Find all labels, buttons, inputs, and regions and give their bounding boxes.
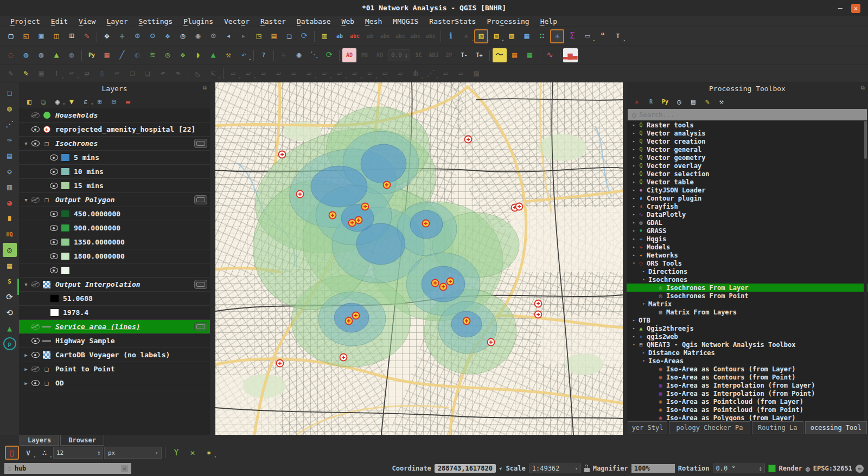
layer-row-51-0688[interactable]: 51.0688 bbox=[19, 292, 210, 306]
layer-row-service-area-lines-[interactable]: Service area (lines) bbox=[19, 320, 210, 334]
expand-arrow-icon[interactable]: ▼ bbox=[22, 282, 30, 287]
toolbox-item-vector-overlay[interactable]: ▸QVector overlay bbox=[627, 162, 868, 170]
osm-edit-map-icon[interactable]: ▦ bbox=[3, 259, 17, 273]
advanced-digitizing-button[interactable]: AD bbox=[342, 48, 356, 62]
merge-attributes-button[interactable]: ▱▾ bbox=[317, 67, 331, 81]
snap-units-combo[interactable]: px▾ bbox=[104, 447, 162, 459]
simplify-feature-button[interactable]: ▱▾ bbox=[348, 67, 362, 81]
expand-arrow-icon[interactable]: ▶ bbox=[22, 381, 30, 386]
expand-arrow-icon[interactable]: ▶ bbox=[22, 366, 30, 372]
layout-manager-button[interactable]: ⊞ bbox=[65, 29, 79, 43]
measure-angle-button[interactable]: ◺ bbox=[191, 67, 205, 81]
refresh-table-button[interactable]: ⟳ bbox=[322, 48, 336, 62]
toolbox-scrollbar[interactable] bbox=[864, 121, 867, 421]
angle-spin-spinner[interactable]: 0.0▲▼ bbox=[388, 49, 410, 61]
cursor-icon[interactable]: ➤ bbox=[497, 465, 505, 472]
move-feature-button[interactable]: ⇄ bbox=[80, 67, 94, 81]
toolbox-item-iso-areas[interactable]: ▾Iso-Areas bbox=[627, 357, 868, 365]
toolbox-item-distance-matrices[interactable]: ▸Distance Matrices bbox=[627, 349, 868, 357]
manage-map-themes-icon[interactable]: ◉▾ bbox=[51, 95, 64, 107]
toolbox-item-isochrones[interactable]: ▾Isochrones bbox=[627, 275, 868, 284]
mesh-layer-icon[interactable]: ▤ bbox=[3, 149, 17, 163]
expand-arrow-icon[interactable]: ▸ bbox=[631, 131, 637, 136]
split-features-button[interactable]: ▱ bbox=[272, 67, 286, 81]
digitize-curve-button[interactable]: ≀▾ bbox=[49, 67, 63, 81]
history-icon[interactable]: ◷ bbox=[673, 95, 686, 107]
visibility-toggle[interactable] bbox=[48, 225, 59, 231]
expand-arrow-icon[interactable]: ▸ bbox=[631, 188, 637, 192]
r-scripts-icon[interactable]: R bbox=[644, 95, 658, 107]
bookmark-manager-button[interactable]: ❏ bbox=[282, 29, 296, 43]
search-globe-button[interactable]: ◍ bbox=[65, 48, 79, 62]
refresh-cw-icon[interactable]: ⟳ bbox=[3, 290, 17, 304]
map-canvas[interactable] bbox=[215, 82, 623, 435]
zoom-to-selection-button[interactable]: ◎ bbox=[176, 29, 190, 43]
visibility-toggle[interactable] bbox=[48, 211, 59, 217]
magnifier-spinner[interactable]: 100%▲▼ bbox=[631, 464, 675, 473]
python-scripts-icon[interactable]: Py bbox=[659, 95, 672, 107]
toolbox-search[interactable]: ○ Search... bbox=[628, 109, 867, 120]
mini-chart-icon[interactable]: ∎ bbox=[3, 211, 17, 226]
text-bigger-button[interactable]: T+ bbox=[473, 48, 487, 62]
toolbox-item-vector-selection[interactable]: ▸QVector selection bbox=[627, 170, 868, 178]
python-console-button[interactable]: Py bbox=[85, 48, 99, 62]
mode-ADJ-button[interactable]: ADJ bbox=[427, 48, 441, 62]
expand-arrow-icon[interactable]: ▸ bbox=[631, 245, 637, 249]
toolbox-item-vector-creation[interactable]: ▸QVector creation bbox=[627, 137, 868, 145]
add-ring-button[interactable]: ▱▾ bbox=[241, 67, 256, 81]
move-feature-copy-button[interactable]: ⇱▾ bbox=[206, 67, 220, 81]
menu-database[interactable]: Database bbox=[292, 17, 336, 25]
expand-all-icon[interactable]: ⊞ bbox=[93, 95, 106, 107]
s-tool-icon[interactable]: S bbox=[3, 274, 17, 288]
offset-curve-button[interactable]: ▱ bbox=[393, 67, 407, 81]
snapping-type-button[interactable]: ∴▾ bbox=[37, 446, 52, 460]
dock-tab-layers[interactable]: Layers bbox=[20, 435, 59, 446]
p-plugin-icon[interactable]: p bbox=[3, 337, 16, 350]
scale-combo[interactable]: 1:49362▾ bbox=[529, 464, 581, 473]
visibility-toggle[interactable] bbox=[30, 380, 41, 386]
model-designer-icon[interactable]: ✳ bbox=[630, 95, 643, 107]
paste-features-button[interactable]: ❏ bbox=[141, 67, 155, 81]
menu-rasterstats[interactable]: RasterStats bbox=[424, 17, 481, 25]
toolbox-item-iso-area-as-pointcloud-from-layer-[interactable]: ◉Iso-Area as Pointcloud (from Layer) bbox=[627, 397, 868, 406]
clear-search-icon[interactable]: ✕ bbox=[121, 465, 128, 472]
toolbox-item-hqgis[interactable]: ▸✳Hqgis bbox=[627, 235, 868, 243]
map-tips-button[interactable]: ❝ bbox=[596, 29, 610, 43]
visibility-toggle[interactable] bbox=[30, 140, 41, 146]
visibility-toggle[interactable] bbox=[30, 338, 41, 344]
expand-arrow-icon[interactable]: ▸ bbox=[631, 334, 637, 339]
hqgis-icon[interactable]: HQ bbox=[3, 227, 17, 241]
open-project-button[interactable]: ◱ bbox=[19, 29, 33, 43]
terrain-shading-button[interactable]: ▲ bbox=[206, 48, 220, 62]
legend-filter-badge[interactable] bbox=[194, 195, 207, 204]
expand-arrow-icon[interactable]: ▸ bbox=[631, 212, 637, 217]
toolbox-item-vector-table[interactable]: ▸QVector table bbox=[627, 178, 868, 186]
layer-row-cartodb-voyager-no-labels-[interactable]: ▶CartoDB Voyager (no labels) bbox=[19, 348, 210, 362]
layer-row-output-interpolation[interactable]: ▼Output Interpolation bbox=[19, 278, 210, 292]
style-manager-button[interactable]: ✎ bbox=[80, 29, 94, 43]
label-change-button[interactable]: abc bbox=[424, 29, 438, 43]
expand-arrow-icon[interactable]: ▸ bbox=[631, 204, 637, 209]
toolbox-item-iso-area-as-pointcloud-from-point-[interactable]: ◉Iso-Area as Pointcloud (from Point) bbox=[627, 406, 868, 414]
layer-row-blank[interactable] bbox=[19, 263, 210, 278]
delete-ring-button[interactable]: ▱▾ bbox=[363, 67, 377, 81]
save-edits-button[interactable]: ▣ bbox=[34, 67, 48, 81]
toolbox-item-raster-tools[interactable]: ▸QRaster tools bbox=[627, 121, 868, 129]
dataplotly-button[interactable]: ∿ bbox=[543, 48, 557, 62]
vertex-network-tool-button[interactable]: ⋱ bbox=[307, 48, 321, 62]
delete-part-button[interactable]: ▱ bbox=[378, 67, 392, 81]
filter-by-expression-icon[interactable]: ε▾ bbox=[79, 95, 92, 107]
label-abc-button[interactable]: abc bbox=[348, 29, 362, 43]
layer-row-output-polygon[interactable]: ▼❐Output Polygon bbox=[19, 193, 210, 207]
virtual-layer-icon[interactable]: ◇ bbox=[3, 164, 17, 178]
zoom-out-button[interactable]: ⊖ bbox=[145, 29, 159, 43]
collapse-all-icon[interactable]: ⊟ bbox=[107, 95, 120, 107]
split-parts-button[interactable]: ▱ bbox=[287, 67, 301, 81]
expand-arrow-icon[interactable]: ▼ bbox=[22, 197, 30, 203]
toggle-editing-button[interactable]: ✎ bbox=[19, 67, 33, 81]
measure-button[interactable]: ▭▾ bbox=[580, 29, 595, 43]
pan-map-button[interactable]: ✥ bbox=[100, 29, 114, 43]
undo-plugin-button[interactable]: ↶▾ bbox=[237, 48, 251, 62]
toolbox-item-iso-area-as-interpolation-from-point-[interactable]: ▣Iso-Area as Interpolation (from Point) bbox=[627, 389, 868, 397]
visibility-toggle[interactable] bbox=[48, 169, 59, 175]
